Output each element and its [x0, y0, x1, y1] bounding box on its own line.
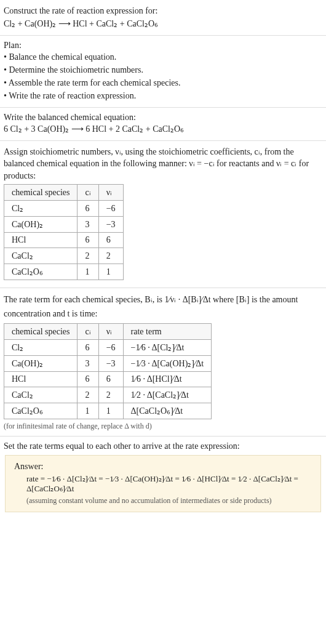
- prompt-section: Construct the rate of reaction expressio…: [0, 0, 326, 36]
- cell-ci: 6: [78, 233, 98, 248]
- cell-rate-term: −1⁄6 · Δ[Cl₂]⁄Δt: [123, 340, 212, 356]
- cell-species: Ca(OH)₂: [4, 356, 78, 372]
- answer-label: Answer:: [14, 462, 312, 472]
- cell-species: CaCl₂: [4, 387, 78, 403]
- table2-note: (for infinitesimal rate of change, repla…: [4, 422, 322, 431]
- col-species: chemical species: [4, 185, 78, 201]
- cell-species: CaCl₂O₆: [4, 403, 78, 419]
- cell-nui: −3: [98, 217, 123, 233]
- cell-species: HCl: [4, 233, 78, 248]
- stoich-section: Assign stoichiometric numbers, νᵢ, using…: [0, 141, 326, 289]
- col-nui: νᵢ: [98, 185, 123, 201]
- answer-section: Set the rate terms equal to each other t…: [0, 437, 326, 521]
- cell-species: HCl: [4, 372, 78, 387]
- final-intro: Set the rate terms equal to each other t…: [4, 441, 322, 451]
- rate-term-table: chemical species cᵢ νᵢ rate term Cl₂ 6 −…: [4, 323, 212, 419]
- cell-nui: −6: [98, 340, 123, 356]
- balanced-intro: Write the balanced chemical equation:: [4, 113, 322, 123]
- table-row: Cl₂ 6 −6 −1⁄6 · Δ[Cl₂]⁄Δt: [4, 340, 212, 356]
- table-row: CaCl₂ 2 2 1⁄2 · Δ[CaCl₂]⁄Δt: [4, 387, 212, 403]
- answer-equation: rate = −1⁄6 · Δ[Cl₂]⁄Δt = −1⁄3 · Δ[Ca(OH…: [14, 474, 312, 494]
- answer-note: (assuming constant volume and no accumul…: [14, 496, 312, 505]
- cell-species: CaCl₂: [4, 248, 78, 264]
- table-header-row: chemical species cᵢ νᵢ rate term: [4, 324, 212, 340]
- cell-nui: 1: [98, 264, 123, 280]
- plan-list: • Balance the chemical equation. • Deter…: [4, 50, 322, 102]
- stoich-table: chemical species cᵢ νᵢ Cl₂ 6 −6 Ca(OH)₂ …: [4, 184, 124, 280]
- cell-rate-term: 1⁄6 · Δ[HCl]⁄Δt: [123, 372, 212, 387]
- prompt-line1: Construct the rate of reaction expressio…: [4, 5, 322, 17]
- cell-ci: 6: [78, 372, 98, 387]
- col-ci: cᵢ: [78, 324, 98, 340]
- cell-ci: 3: [78, 356, 98, 372]
- cell-ci: 3: [78, 217, 98, 233]
- table-row: Ca(OH)₂ 3 −3 −1⁄3 · Δ[Ca(OH)₂]⁄Δt: [4, 356, 212, 372]
- cell-species: Ca(OH)₂: [4, 217, 78, 233]
- cell-nui: 2: [98, 248, 123, 264]
- cell-ci: 1: [78, 264, 98, 280]
- cell-rate-term: Δ[CaCl₂O₆]⁄Δt: [123, 403, 212, 419]
- balanced-section: Write the balanced chemical equation: 6 …: [0, 108, 326, 141]
- col-rate-term: rate term: [123, 324, 212, 340]
- rate-intro-frac: 1⁄νᵢ · Δ[Bᵢ]⁄Δt: [165, 295, 211, 304]
- rate-intro: The rate term for each chemical species,…: [4, 293, 322, 321]
- table-row: HCl 6 6 1⁄6 · Δ[HCl]⁄Δt: [4, 372, 212, 387]
- answer-box: Answer: rate = −1⁄6 · Δ[Cl₂]⁄Δt = −1⁄3 ·…: [5, 455, 321, 512]
- rate-term-section: The rate term for each chemical species,…: [0, 288, 326, 437]
- cell-species: Cl₂: [4, 201, 78, 217]
- table-row: CaCl₂O₆ 1 1: [4, 264, 124, 280]
- cell-nui: −6: [98, 201, 123, 217]
- cell-ci: 1: [78, 403, 98, 419]
- prompt-equation: Cl₂ + Ca(OH)₂ ⟶ HCl + CaCl₂ + CaCl₂O₆: [4, 18, 322, 29]
- table-row: Cl₂ 6 −6: [4, 201, 124, 217]
- plan-item: • Write the rate of reaction expression.: [4, 89, 322, 102]
- table-row: Ca(OH)₂ 3 −3: [4, 217, 124, 233]
- plan-title: Plan:: [4, 41, 322, 50]
- cell-ci: 6: [78, 340, 98, 356]
- cell-nui: −3: [98, 356, 123, 372]
- cell-species: CaCl₂O₆: [4, 264, 78, 280]
- col-ci: cᵢ: [78, 185, 98, 201]
- cell-ci: 2: [78, 387, 98, 403]
- table-header-row: chemical species cᵢ νᵢ: [4, 185, 124, 201]
- rate-intro-text-1: The rate term for each chemical species,…: [4, 295, 165, 304]
- table-row: HCl 6 6: [4, 233, 124, 248]
- stoich-intro: Assign stoichiometric numbers, νᵢ, using…: [4, 146, 322, 182]
- cell-species: Cl₂: [4, 340, 78, 356]
- table-row: CaCl₂O₆ 1 1 Δ[CaCl₂O₆]⁄Δt: [4, 403, 212, 419]
- cell-ci: 2: [78, 248, 98, 264]
- table-row: CaCl₂ 2 2: [4, 248, 124, 264]
- col-species: chemical species: [4, 324, 78, 340]
- cell-nui: 2: [98, 387, 123, 403]
- plan-section: Plan: • Balance the chemical equation. •…: [0, 36, 326, 108]
- plan-item: • Balance the chemical equation.: [4, 50, 322, 63]
- plan-item: • Determine the stoichiometric numbers.: [4, 63, 322, 76]
- cell-rate-term: 1⁄2 · Δ[CaCl₂]⁄Δt: [123, 387, 212, 403]
- col-nui: νᵢ: [98, 324, 123, 340]
- cell-nui: 6: [98, 233, 123, 248]
- cell-ci: 6: [78, 201, 98, 217]
- balanced-equation: 6 Cl₂ + 3 Ca(OH)₂ ⟶ 6 HCl + 2 CaCl₂ + Ca…: [4, 124, 322, 134]
- cell-rate-term: −1⁄3 · Δ[Ca(OH)₂]⁄Δt: [123, 356, 212, 372]
- plan-item: • Assemble the rate term for each chemic…: [4, 76, 322, 89]
- cell-nui: 1: [98, 403, 123, 419]
- cell-nui: 6: [98, 372, 123, 387]
